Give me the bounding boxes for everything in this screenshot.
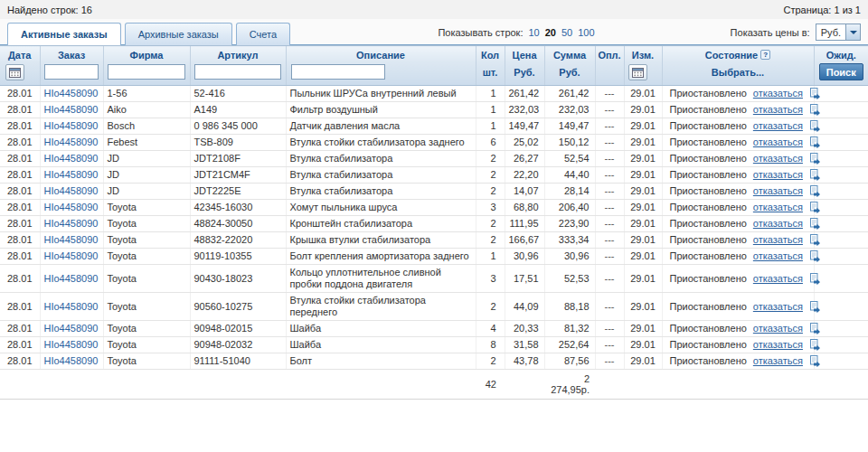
changed-date-cell: 29.01 [624,86,662,102]
date-calendar-button[interactable] [5,64,24,80]
wait-cell [814,135,868,151]
order-number-link[interactable]: HIo4458090 [44,153,99,164]
refuse-link[interactable]: отказаться [753,202,803,213]
order-number-link[interactable]: HIo4458090 [44,355,99,366]
rows-option-100[interactable]: 100 [578,27,594,38]
status-filter-select[interactable]: Выбрать... [662,61,814,86]
status-cell: Приостановлено отказаться [666,185,810,197]
rows-option-20[interactable]: 20 [545,27,556,38]
move-order-icon[interactable] [809,323,820,334]
order-number-link[interactable]: HIo4458090 [44,273,99,284]
move-order-icon[interactable] [809,137,820,148]
qty-cell: 1 [476,249,505,265]
order-number-link[interactable]: HIo4458090 [44,185,99,196]
order-number-link[interactable]: HIo4458090 [44,104,99,115]
refuse-link[interactable]: отказаться [753,137,803,148]
paid-cell: --- [595,118,624,135]
order-date-cell: 28.01 [0,102,40,118]
refuse-link[interactable]: отказаться [753,88,803,99]
rows-option-50[interactable]: 50 [561,27,572,38]
sum-currency-label: Руб. [544,61,595,86]
col-header-wait: Ожид. [814,46,868,62]
brand-filter-input[interactable] [108,64,184,80]
order-number-link[interactable]: HIo4458090 [44,301,99,312]
tab-archived-orders[interactable]: Архивные заказы [125,23,232,45]
table-row: 28.01 HIo4458090 Febest TSB-809 Втулка с… [0,135,868,151]
table-row: 28.01 HIo4458090 JD JDT21CM4F Втулка ста… [0,167,868,184]
order-filter-input[interactable] [44,64,99,80]
move-order-icon[interactable] [809,120,820,132]
brand-cell: Toyota [103,293,190,321]
order-number-link[interactable]: HIo4458090 [44,323,99,334]
move-order-icon[interactable] [809,339,820,351]
brand-cell: Toyota [103,265,190,293]
refuse-link[interactable]: отказаться [753,355,803,367]
order-number-link[interactable]: HIo4458090 [44,250,99,261]
changed-date-cell: 29.01 [624,249,662,265]
move-order-icon[interactable] [809,169,820,181]
refuse-link[interactable]: отказаться [753,218,803,230]
move-order-icon[interactable] [809,185,820,197]
refuse-link[interactable]: отказаться [753,185,803,197]
refuse-link[interactable]: отказаться [753,323,803,334]
sum-cell: 28,14 [544,184,595,200]
move-order-icon[interactable] [809,104,820,116]
order-number-link[interactable]: HIo4458090 [44,137,99,147]
brand-cell: Aiko [103,102,190,118]
refuse-link[interactable]: отказаться [753,104,803,116]
article-filter-input[interactable] [194,64,280,80]
description-cell: Кронштейн стабилизатора [286,216,476,232]
refuse-link[interactable]: отказаться [753,234,803,246]
brand-cell: JD [103,167,190,184]
search-button[interactable]: Поиск [819,63,863,80]
move-order-icon[interactable] [809,234,820,246]
paid-cell: --- [595,337,624,353]
status-cell: Приостановлено отказаться [666,301,810,313]
changed-date-cell: 29.01 [624,167,662,184]
status-help-icon[interactable]: ? [760,50,770,60]
refuse-link[interactable]: отказаться [753,250,803,262]
order-number-link[interactable]: HIo4458090 [44,169,99,180]
refuse-link[interactable]: отказаться [753,153,803,165]
description-cell: Пыльник ШРУСа внутренний левый [286,86,476,102]
move-order-icon[interactable] [809,202,820,213]
order-number-link[interactable]: HIo4458090 [44,202,99,212]
order-number-link[interactable]: HIo4458090 [44,234,99,245]
col-header-qty: Кол [476,46,505,62]
move-order-icon[interactable] [809,153,820,165]
order-number-link[interactable]: HIo4458090 [44,218,99,229]
move-order-icon[interactable] [809,88,820,99]
brand-cell: Toyota [103,353,190,370]
refuse-link[interactable]: отказаться [753,273,803,285]
order-number-link[interactable]: HIo4458090 [44,88,99,99]
move-order-icon[interactable] [809,355,820,367]
move-order-icon[interactable] [809,273,820,285]
qty-cell: 2 [476,216,505,232]
order-date-cell: 28.01 [0,293,40,321]
wait-cell [814,353,868,370]
changed-calendar-button[interactable] [628,64,647,80]
status-text: Приостановлено [670,185,747,197]
price-cell: 111,95 [505,216,544,232]
move-order-icon[interactable] [809,218,820,230]
move-order-icon[interactable] [809,250,820,262]
rows-option-10[interactable]: 10 [529,27,540,38]
currency-select[interactable]: Руб. [816,24,861,41]
refuse-link[interactable]: отказаться [753,301,803,313]
table-row: 28.01 HIo4458090 Toyota 90119-10355 Болт… [0,249,868,265]
article-cell: 90119-10355 [190,249,286,265]
move-order-icon[interactable] [809,301,820,313]
description-filter-input[interactable] [291,64,385,80]
status-cell: Приостановлено отказаться [666,137,810,148]
sum-cell: 223,90 [544,216,595,232]
status-text: Приостановлено [670,339,747,351]
status-cell: Приостановлено отказаться [666,120,810,132]
tab-active-orders[interactable]: Активные заказы [7,23,121,45]
refuse-link[interactable]: отказаться [753,169,803,181]
order-number-link[interactable]: HIo4458090 [44,120,99,131]
tab-invoices[interactable]: Счета [236,23,290,45]
order-number-link[interactable]: HIo4458090 [44,339,99,350]
refuse-link[interactable]: отказаться [753,339,803,351]
refuse-link[interactable]: отказаться [753,120,803,132]
chevron-down-icon[interactable] [845,24,860,40]
